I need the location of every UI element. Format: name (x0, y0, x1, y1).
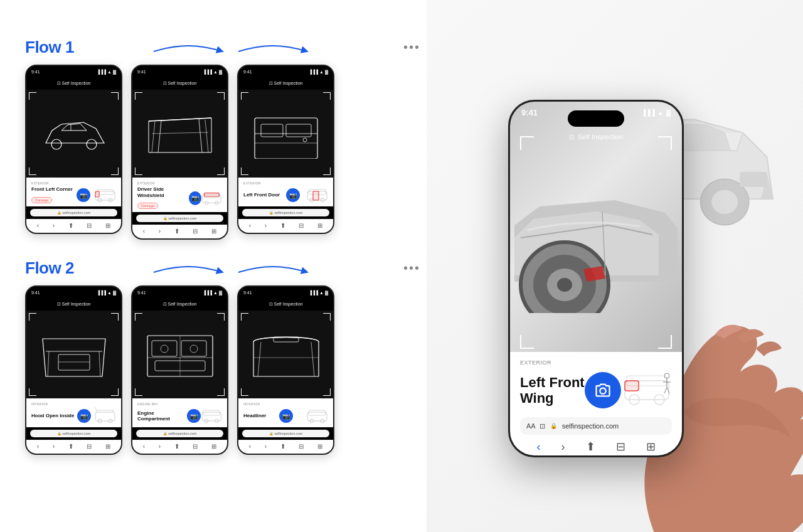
svg-point-17 (303, 138, 307, 142)
url-bar-3: 🔒 selfinspection.com (242, 209, 329, 216)
phone-6-bottom: INTERIOR Headliner 📷 (238, 398, 333, 427)
svg-rect-42 (309, 410, 326, 415)
camera-view-1 (26, 90, 121, 178)
flow-2-screen-3[interactable]: 9:41 ▐▐▐ ▲ ▓ ⊡ Self Inspection (237, 285, 334, 455)
svg-rect-28 (152, 341, 177, 356)
topbar-3: ⊡ Self Inspection (238, 77, 333, 90)
large-phone: 9:41 ▐▐▐ ▲ ▓ ⊡ Self Inspection (508, 100, 684, 457)
flow-2-screen-2[interactable]: 9:41 ▐▐▐ ▲ ▓ ⊡ Self Inspection (131, 285, 228, 455)
topbar-4: ⊡ Self Inspection (26, 298, 121, 311)
status-bar-3: 9:41 ▐▐▐ ▲ ▓ (238, 66, 333, 77)
nav-bar-3: ‹ › ⬆ ⊟ ⊞ (238, 219, 333, 233)
camera-label-text: Self Inspection (578, 133, 623, 141)
car-outline-5 (142, 329, 218, 380)
camera-btn-4[interactable]: 📷 (77, 409, 91, 423)
large-nav-bar: ‹ › ⬆ ⊟ ⊞ (520, 435, 672, 457)
camera-btn-2[interactable]: 📷 (189, 191, 202, 205)
corner-br-1 (111, 168, 119, 175)
left-panel: Flow 1 ••• 9:41 (0, 0, 452, 532)
corner-bl-3 (241, 168, 248, 175)
large-bottom-main: Left Front Wing (520, 368, 672, 412)
corner-tl-2 (135, 92, 142, 100)
large-status-bar: 9:41 ▐▐▐ ▲ ▓ (521, 108, 671, 117)
phone-2-bottom: EXTERIOR Driver Side Windshield Damage 📷 (132, 178, 227, 212)
camera-btn-3[interactable]: 📷 (286, 188, 300, 202)
flow-1-more-button[interactable]: ••• (403, 40, 420, 55)
topbar-5: ⊡ Self Inspection (132, 298, 227, 311)
car-outline-4 (36, 329, 112, 380)
camera-view-6 (238, 311, 333, 398)
nav-bar-6: ‹ › ⬆ ⊟ ⊞ (238, 440, 333, 454)
nav-share-button[interactable]: ⬆ (586, 440, 595, 454)
lock-icon: 🔒 (550, 423, 557, 429)
status-bar-4: 9:41 ▐▐▐ ▲ ▓ (26, 287, 121, 298)
large-url-bar: AA ⊡ 🔒 selfinspection.com (520, 417, 672, 435)
large-car-svg (514, 188, 678, 313)
flow-1-arrows (147, 43, 317, 60)
flow-1-phones: 9:41 ▐▐▐ ▲ ▓ ⊡ Self Inspection (25, 65, 427, 240)
svg-point-46 (711, 190, 738, 214)
nav-bar-4: ‹ › ⬆ ⊟ ⊞ (26, 440, 121, 454)
flow-2-screen-1[interactable]: 9:41 ▐▐▐ ▲ ▓ ⊡ Self Inspection (25, 285, 122, 455)
corner-tl-3 (241, 92, 248, 100)
flow-1-title: Flow 1 (25, 38, 74, 57)
svg-rect-48 (740, 172, 767, 187)
svg-rect-37 (203, 410, 220, 415)
part-name-4: Hood Open Inside (31, 413, 74, 419)
topbar-2: ⊡ Self Inspection (132, 77, 227, 90)
flow-1-screen-2[interactable]: 9:41 ▐▐▐ ▲ ▓ ⊡ Self Inspection (131, 65, 228, 240)
svg-point-54 (600, 388, 606, 394)
nav-tabs-button[interactable]: ⊞ (646, 440, 656, 454)
corner-tr-2 (217, 92, 225, 100)
svg-point-31 (161, 345, 168, 353)
url-bar-6: 🔒 selfinspection.com (242, 430, 329, 437)
phone-4-bottom: INTERIOR Hood Open Inside 📷 (26, 398, 121, 427)
svg-line-7 (152, 121, 155, 152)
damage-tag-2: Damage (137, 203, 158, 209)
right-panel: 9:41 ▐▐▐ ▲ ▓ ⊡ Self Inspection (427, 0, 803, 532)
flow-2-arrows (147, 263, 317, 281)
camera-btn-5[interactable]: 📷 (187, 409, 201, 423)
camera-btn-6[interactable]: 📷 (279, 409, 293, 423)
status-bar-2: 9:41 ▐▐▐ ▲ ▓ (132, 66, 227, 77)
camera-btn-1[interactable]: 📷 (77, 188, 90, 202)
car-diagram-2 (201, 189, 222, 207)
part-name-5: Engine Compartment (137, 410, 187, 422)
camera-view-2 (132, 90, 227, 178)
nav-back-button[interactable]: ‹ (537, 440, 541, 454)
svg-rect-29 (181, 341, 206, 356)
flow-1-screen-3[interactable]: 9:41 ▐▐▐ ▲ ▓ ⊡ Self Inspection (237, 65, 334, 234)
large-car-diagram (622, 368, 672, 412)
camera-label-bar: ⊡ Self Inspection (510, 133, 682, 141)
large-status-icons: ▐▐▐ ▲ ▓ (642, 109, 671, 116)
phone-1-bottom: EXTERIOR Front Left Corner Damage 📷 (26, 178, 121, 206)
corner-tl-1 (29, 92, 36, 100)
flow-2-more-button[interactable]: ••• (403, 261, 420, 275)
part-name-1: Front Left Corner (31, 186, 73, 193)
part-name-3: Left Front Door (243, 192, 280, 198)
large-part-name: Left Front Wing (520, 375, 585, 407)
corner-tr-3 (323, 92, 331, 100)
svg-line-8 (205, 120, 208, 152)
status-bar-5: 9:41 ▐▐▐ ▲ ▓ (132, 287, 227, 298)
svg-point-32 (190, 345, 198, 353)
corner-br-3 (323, 168, 331, 175)
svg-rect-6 (95, 191, 99, 197)
large-car-image (510, 146, 682, 355)
camera-view-4 (26, 311, 121, 398)
nav-bar-5: ‹ › ⬆ ⊟ ⊞ (132, 440, 227, 454)
nav-forward-button[interactable]: › (561, 440, 565, 454)
large-category-label: EXTERIOR (520, 359, 672, 366)
car-diagram-6 (306, 407, 328, 425)
camera-icon-large (594, 381, 612, 399)
nav-bookmarks-button[interactable]: ⊟ (616, 440, 625, 454)
svg-rect-15 (261, 124, 283, 137)
car-diagram-4 (94, 407, 116, 425)
svg-point-52 (557, 278, 572, 292)
flow-1-screen-1[interactable]: 9:41 ▐▐▐ ▲ ▓ ⊡ Self Inspection (25, 65, 122, 234)
large-camera-button[interactable] (585, 372, 621, 408)
large-camera-view: ⊡ Self Inspection (510, 102, 682, 355)
nav-bar-1: ‹ › ⬆ ⊟ ⊞ (26, 219, 121, 233)
svg-point-1 (87, 139, 97, 149)
nav-bar-2: ‹ › ⬆ ⊟ ⊞ (132, 225, 227, 238)
